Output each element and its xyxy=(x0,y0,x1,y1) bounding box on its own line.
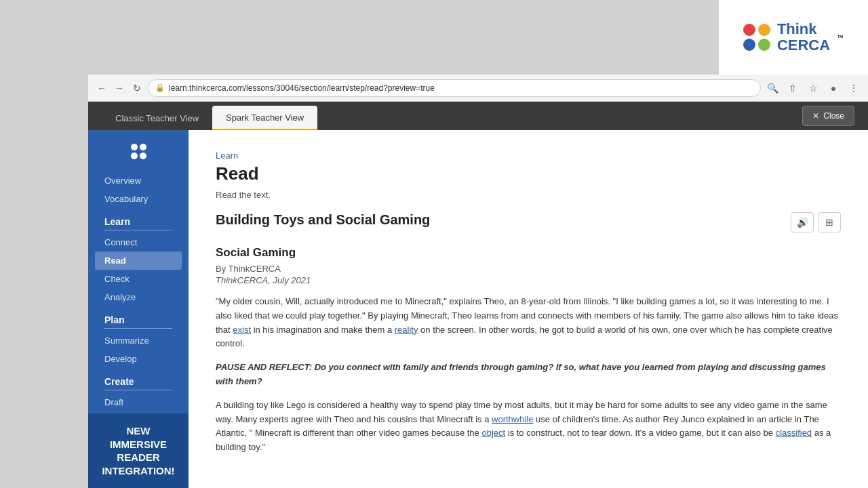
paragraph-3: A building toy like Lego is considered a… xyxy=(216,399,841,455)
sidebar-item-draft[interactable]: Draft xyxy=(95,393,182,411)
link-classified[interactable]: classified xyxy=(776,428,812,438)
sidebar-logo xyxy=(131,144,146,159)
extension-icon[interactable]: ● xyxy=(826,81,841,96)
sidebar-item-read[interactable]: Read xyxy=(95,251,182,270)
main-content: Learn Read Read the text. Building Toys … xyxy=(189,130,868,488)
sidebar-section-plan: Plan xyxy=(95,306,182,328)
paragraph-1: "My older cousin, Will, actually introdu… xyxy=(216,295,841,351)
byline: By ThinkCERCA xyxy=(216,264,841,274)
bookmark-icon[interactable]: ☆ xyxy=(806,81,821,96)
sidebar-item-connect[interactable]: Connect xyxy=(95,233,182,251)
search-icon[interactable]: 🔍 xyxy=(765,81,780,96)
dot-blue xyxy=(743,39,755,51)
page-title: Read xyxy=(216,163,841,184)
sidebar-logo-dots xyxy=(131,144,146,159)
sidebar-item-analyze[interactable]: Analyze xyxy=(95,288,182,306)
dot-green xyxy=(758,39,770,51)
sidebar-item-vocabulary[interactable]: Vocabulary xyxy=(95,190,182,208)
sidebar-dot-4 xyxy=(140,152,146,159)
article-title: Building Toys and Social Gaming xyxy=(216,212,430,228)
back-button[interactable]: ← xyxy=(95,81,108,95)
tab-spark[interactable]: Spark Teacher View xyxy=(212,106,317,130)
sidebar-item-summarize[interactable]: Summarize xyxy=(95,331,182,350)
audio-button[interactable]: 🔊 xyxy=(791,212,814,232)
sidebar-section-create: Create xyxy=(95,368,182,390)
content-area: Overview Vocabulary Learn Connect Read C… xyxy=(88,130,868,488)
tab-classic[interactable]: Classic Teacher View xyxy=(102,106,212,130)
share-icon[interactable]: ⇧ xyxy=(785,81,800,96)
close-label: Close xyxy=(823,111,844,121)
browser-chrome: ← → ↻ 🔒 learn.thinkcerca.com/lessons/300… xyxy=(88,75,868,102)
date-line: ThinkCERCA, July 2021 xyxy=(216,275,841,285)
close-x-icon: ✕ xyxy=(812,111,819,121)
dot-red xyxy=(743,24,755,36)
sidebar-nav: Overview Vocabulary Learn Connect Read C… xyxy=(88,171,189,430)
section-label: Learn xyxy=(216,150,841,161)
logo-bar: Think CERCA ™ xyxy=(719,0,868,75)
article-header: Building Toys and Social Gaming 🔊 ⊞ xyxy=(216,212,841,232)
tab-bar: Classic Teacher View Spark Teacher View … xyxy=(88,102,868,130)
article-body: Social Gaming By ThinkCERCA ThinkCERCA, … xyxy=(216,246,841,455)
reload-button[interactable]: ↻ xyxy=(130,81,144,95)
plan-divider xyxy=(104,328,172,329)
app-window: Classic Teacher View Spark Teacher View … xyxy=(88,102,868,488)
tab-bar-left: Classic Teacher View Spark Teacher View xyxy=(102,106,317,130)
sidebar-item-check[interactable]: Check xyxy=(95,270,182,288)
sidebar-dot-3 xyxy=(131,152,138,159)
lock-icon: 🔒 xyxy=(155,83,165,92)
link-exist[interactable]: exist xyxy=(233,325,251,335)
link-worthwhile[interactable]: worthwhile xyxy=(492,414,533,424)
url-text: learn.thinkcerca.com/lessons/30046/secti… xyxy=(169,83,435,93)
browser-actions: 🔍 ⇧ ☆ ● ⋮ xyxy=(765,81,861,96)
sidebar-item-develop[interactable]: Develop xyxy=(95,350,182,368)
article-section-title: Social Gaming xyxy=(216,246,841,260)
logo-text: Think CERCA xyxy=(777,21,830,54)
sidebar-section-learn: Learn xyxy=(95,208,182,230)
sidebar-dot-1 xyxy=(131,144,138,150)
create-divider xyxy=(104,390,172,390)
sidebar-promo: NEW IMMERSIVE READER INTEGRATION! xyxy=(88,413,189,488)
logo-dots xyxy=(743,24,770,51)
thinkcerca-logo: Think CERCA ™ xyxy=(743,21,844,54)
dot-orange xyxy=(758,24,770,36)
link-reality[interactable]: reality xyxy=(395,325,418,335)
display-button[interactable]: ⊞ xyxy=(818,212,841,232)
instruction-text: Read the text. xyxy=(216,190,841,200)
address-bar[interactable]: 🔒 learn.thinkcerca.com/lessons/30046/sec… xyxy=(148,79,761,97)
sidebar-dot-2 xyxy=(140,144,146,150)
sidebar-item-overview[interactable]: Overview xyxy=(95,171,182,190)
sidebar: Overview Vocabulary Learn Connect Read C… xyxy=(88,130,189,488)
paragraph-2-pause-reflect: PAUSE AND REFLECT: Do you connect with f… xyxy=(216,361,841,389)
forward-button[interactable]: → xyxy=(113,81,126,95)
trademark-symbol: ™ xyxy=(837,34,844,41)
link-object[interactable]: object xyxy=(481,428,505,438)
close-button[interactable]: ✕ Close xyxy=(802,106,854,126)
article-tools: 🔊 ⊞ xyxy=(791,212,841,232)
settings-icon[interactable]: ⋮ xyxy=(846,81,861,96)
learn-divider xyxy=(104,230,172,230)
pause-reflect-text: PAUSE AND REFLECT: Do you connect with f… xyxy=(216,362,826,386)
